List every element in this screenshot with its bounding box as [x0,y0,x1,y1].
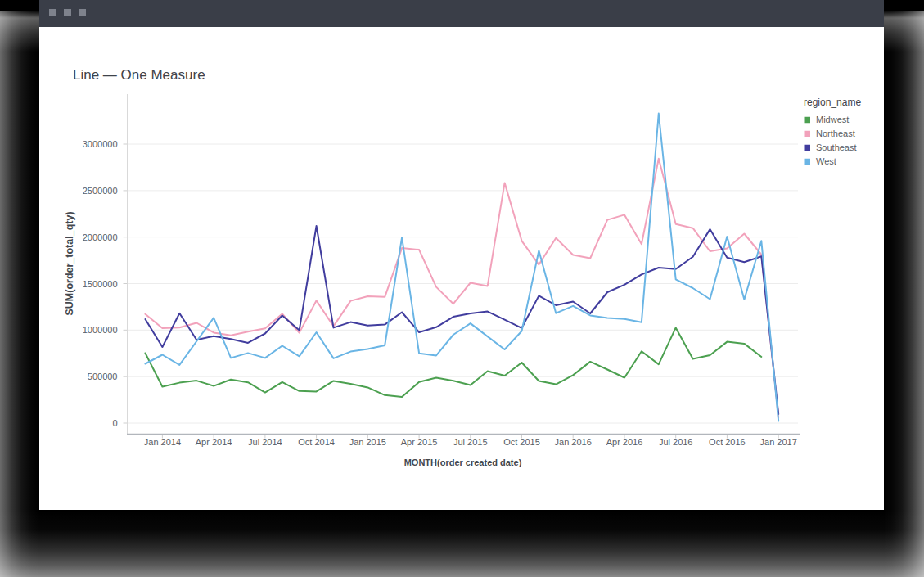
svg-text:Oct 2016: Oct 2016 [709,437,746,447]
svg-text:Jan 2014: Jan 2014 [144,437,181,447]
svg-text:Jan 2017: Jan 2017 [760,437,797,447]
svg-text:Oct 2014: Oct 2014 [298,437,335,447]
svg-text:Jul 2016: Jul 2016 [659,437,693,447]
svg-text:1000000: 1000000 [83,325,118,335]
svg-text:2500000: 2500000 [83,186,118,196]
svg-text:Southeast: Southeast [816,142,857,152]
svg-text:Jan 2015: Jan 2015 [349,437,386,447]
svg-text:1500000: 1500000 [83,279,118,289]
svg-text:SUM(order_total_qty): SUM(order_total_qty) [64,211,75,315]
svg-text:Midwest: Midwest [816,115,849,124]
svg-text:500000: 500000 [88,372,118,381]
svg-text:Oct 2015: Oct 2015 [503,437,540,447]
svg-text:Line — One Measure: Line — One Measure [73,67,205,83]
svg-text:Jan 2016: Jan 2016 [555,437,592,447]
svg-text:Jul 2014: Jul 2014 [248,437,282,447]
svg-text:Apr 2014: Apr 2014 [196,437,232,447]
svg-text:Northeast: Northeast [816,128,855,138]
svg-text:0: 0 [112,418,117,428]
svg-text:region_name: region_name [804,97,861,108]
svg-text:2000000: 2000000 [83,232,118,242]
svg-text:Jul 2015: Jul 2015 [453,437,488,447]
svg-text:West: West [816,156,836,166]
svg-text:Apr 2015: Apr 2015 [401,437,438,447]
svg-text:MONTH(order created date): MONTH(order created date) [404,458,522,467]
svg-text:3000000: 3000000 [83,139,118,149]
svg-text:Apr 2016: Apr 2016 [606,437,643,447]
